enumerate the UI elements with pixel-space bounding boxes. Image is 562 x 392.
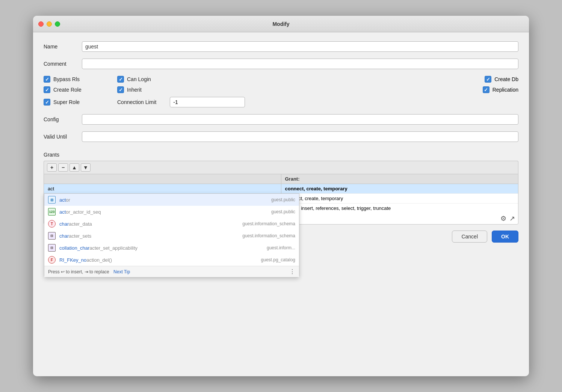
name-label: Name [44, 44, 77, 50]
checkbox-row-1: ✓ Bypass Rls ✓ Can Login ✓ Create Db [44, 76, 518, 83]
autocomplete-item[interactable]: F RI_FKey_noaction_del() guest.pg_catalo… [44, 254, 299, 266]
replication-item: ✓ Replication [483, 86, 518, 93]
item-name: actor_actor_id_seq [59, 209, 267, 215]
grant-value: delete, insert, references, select, trig… [285, 205, 391, 211]
item-name: character_data [59, 221, 239, 227]
inherit-item: ✓ Inherit [117, 86, 177, 93]
checkboxes-section: ✓ Bypass Rls ✓ Can Login ✓ Create Db ✓ [44, 76, 518, 107]
super-role-checkbox[interactable]: ✓ [44, 99, 50, 106]
grants-label: Grants [44, 152, 518, 158]
bypass-rls-item: ✓ Bypass Rls [44, 76, 104, 83]
func-icon: F [48, 256, 56, 264]
valid-until-row: Valid Until [44, 131, 518, 142]
item-name: character_sets [59, 233, 239, 239]
more-options-button[interactable]: ⋮ [289, 268, 295, 275]
item-schema: guest.information_schema [242, 233, 295, 238]
autocomplete-item[interactable]: ⊞ actor guest.public [44, 194, 299, 206]
valid-until-label: Valid Until [44, 134, 77, 140]
inherit-checkbox[interactable]: ✓ [117, 86, 124, 93]
table-cell-name: ⊞ actor guest.public 123 actor_actor_id_… [44, 184, 281, 194]
connection-limit-input[interactable] [170, 97, 245, 107]
connection-limit-label: Connection Limit [117, 99, 156, 105]
autocomplete-item[interactable]: 123 actor_actor_id_seq guest.public [44, 206, 299, 218]
create-role-checkbox[interactable]: ✓ [44, 86, 50, 93]
item-name: actor [59, 197, 267, 203]
autocomplete-item[interactable]: ⊟ character_sets guest.information_schem… [44, 230, 299, 242]
rest-part: acter_set_applicability [89, 245, 137, 251]
inherit-label: Inherit [127, 87, 142, 93]
match-part: RI_FKey_no [59, 257, 86, 263]
table-cell-grant: connect, create, temporary [281, 194, 518, 204]
comment-input[interactable] [82, 59, 518, 69]
match-part: act [59, 197, 66, 203]
next-tip-button[interactable]: Next Tip [113, 269, 130, 274]
can-login-label: Can Login [127, 76, 151, 82]
match-part: char [59, 221, 69, 227]
external-link-icon[interactable]: ↗ [509, 214, 515, 223]
autocomplete-item[interactable]: ⊟ collation_character_set_applicability … [44, 242, 299, 254]
rest-part: or [66, 197, 70, 203]
can-login-checkbox[interactable]: ✓ [117, 76, 124, 83]
replication-label: Replication [493, 87, 518, 93]
view-icon: ⊟ [48, 232, 56, 240]
minimize-button[interactable] [47, 21, 52, 27]
super-role-label: Super Role [53, 99, 80, 105]
config-input[interactable] [82, 114, 518, 125]
move-up-button[interactable]: ▲ [69, 163, 79, 172]
autocomplete-dropdown: ⊞ actor guest.public 123 actor_actor_id_… [44, 193, 299, 277]
comment-label: Comment [44, 61, 77, 67]
can-login-item: ✓ Can Login [117, 76, 177, 83]
config-row: Config [44, 114, 518, 125]
table-row[interactable]: ⊞ actor guest.public 123 actor_actor_id_… [44, 184, 518, 194]
name-row: Name [44, 41, 518, 52]
cancel-button[interactable]: Cancel [452, 231, 487, 243]
name-input[interactable] [82, 41, 518, 52]
maximize-button[interactable] [55, 21, 60, 27]
move-down-button[interactable]: ▼ [81, 163, 91, 172]
grants-table: Grant: [44, 174, 518, 213]
ok-button[interactable]: OK [492, 231, 518, 243]
replication-checkbox[interactable]: ✓ [483, 86, 489, 93]
grants-section: Grants + − ▲ ▼ Grant: [44, 152, 518, 225]
remove-grant-button[interactable]: − [58, 163, 68, 172]
footer-hint: Press ↩ to insert, ⇥ to replace [48, 269, 109, 274]
item-schema: guest.inform... [267, 245, 295, 250]
traffic-lights [38, 21, 60, 27]
table-cell-grant: connect, create, temporary [281, 184, 518, 194]
checkbox-row-3: ✓ Super Role Connection Limit [44, 97, 518, 107]
modify-window: Modify Name Comment ✓ Bypass Rls ✓ Can L… [33, 16, 529, 376]
match-part: collation_char [59, 245, 89, 251]
item-schema: guest.public [271, 197, 295, 202]
autocomplete-wrapper: ⊞ actor guest.public 123 actor_actor_id_… [44, 184, 281, 193]
gear-icon[interactable]: ⚙ [500, 214, 506, 223]
rest-part: action_del() [86, 257, 112, 263]
super-role-item: ✓ Super Role [44, 99, 104, 106]
seq-icon: 123 [48, 208, 56, 216]
titlebar: Modify [33, 16, 529, 32]
col-name-header [44, 174, 281, 184]
item-schema: guest.pg_catalog [261, 257, 295, 262]
autocomplete-item[interactable]: T character_data guest.information_schem… [44, 218, 299, 230]
comment-row: Comment [44, 59, 518, 69]
checkbox-row-2: ✓ Create Role ✓ Inherit ✓ Replication [44, 86, 518, 93]
col-grant-header: Grant: [281, 174, 518, 184]
view-icon: ⊟ [48, 244, 56, 252]
create-role-item: ✓ Create Role [44, 86, 104, 93]
create-db-checkbox[interactable]: ✓ [485, 76, 491, 83]
create-db-item: ✓ Create Db [485, 76, 518, 83]
bypass-rls-checkbox[interactable]: ✓ [44, 76, 50, 83]
grants-toolbar: + − ▲ ▼ [44, 161, 518, 174]
match-part: char [59, 233, 69, 239]
create-db-label: Create Db [494, 76, 518, 82]
rest-part: or_actor_id_seq [66, 209, 101, 215]
close-button[interactable] [38, 21, 44, 27]
item-schema: guest.information_schema [242, 221, 295, 226]
table-icon: ⊞ [48, 196, 56, 204]
grants-table-container: Grant: [44, 174, 518, 225]
item-name: RI_FKey_noaction_del() [59, 257, 257, 263]
rest-part: acter_sets [69, 233, 91, 239]
create-role-label: Create Role [53, 87, 82, 93]
add-grant-button[interactable]: + [47, 163, 57, 172]
valid-until-input[interactable] [82, 131, 518, 142]
autocomplete-input[interactable] [48, 186, 277, 191]
